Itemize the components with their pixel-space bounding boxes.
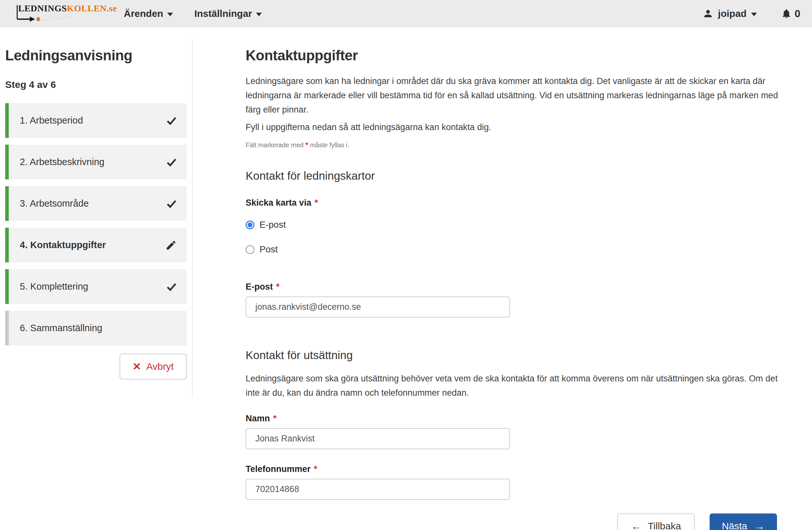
required-asterisk: * [315, 198, 318, 208]
chevron-down-icon [751, 13, 757, 16]
check-icon [166, 281, 177, 292]
arrow-left-icon: ← [631, 521, 641, 530]
nav-item-label: Inställningar [194, 8, 252, 19]
step-label: 4. Kontaktuppgifter [20, 240, 106, 250]
user-menu[interactable]: joipad [702, 8, 757, 19]
radio-option-label: Post [260, 244, 278, 255]
next-button-label: Nästa [722, 520, 747, 530]
cancel-button[interactable]: ✕ Avbryt [119, 353, 187, 379]
next-button[interactable]: Nästa → [710, 514, 777, 530]
chevron-down-icon [167, 13, 173, 16]
email-input[interactable] [246, 296, 510, 318]
chevron-down-icon [256, 13, 262, 16]
step-label: 3. Arbetsområde [20, 198, 89, 209]
step-label: 6. Sammanställning [20, 323, 102, 333]
check-icon [166, 115, 177, 126]
step-item-arbetsperiod[interactable]: 1. Arbetsperiod [5, 103, 187, 138]
top-bar: LEDNINGSKOLLEN.se Ärenden Inställningar … [0, 0, 812, 27]
required-asterisk: * [306, 141, 308, 149]
check-icon [166, 157, 177, 168]
radio-option-post[interactable]: Post [246, 244, 278, 255]
notifications-button[interactable]: 0 [781, 8, 800, 20]
back-button-label: Tillbaka [648, 520, 681, 530]
nav-item-label: Ärenden [124, 8, 163, 19]
nav-item-installningar[interactable]: Inställningar [194, 8, 262, 19]
required-asterisk: * [273, 414, 277, 423]
radio-option-label: E-post [260, 220, 286, 230]
step-label: 5. Komplettering [20, 281, 88, 292]
main-content: Kontaktuppgifter Ledningsägare som kan h… [193, 27, 812, 530]
logo-wordmark: LEDNINGSKOLLEN.se [18, 3, 117, 14]
notification-count-badge: 0 [795, 8, 800, 20]
step-label: 1. Arbetsperiod [20, 115, 83, 126]
wizard-steps-list: 1. Arbetsperiod 2. Arbetsbeskrivning 3. … [5, 103, 187, 346]
step-item-sammanstallning[interactable]: 6. Sammanställning [5, 311, 187, 346]
wizard-nav-buttons: ← Tillbaka Nästa → [246, 514, 783, 530]
check-icon [166, 198, 177, 209]
cancel-row: ✕ Avbryt [5, 353, 187, 379]
utsattning-description: Ledningsägare som ska göra utsättning be… [246, 372, 783, 400]
arrow-right-icon: → [754, 521, 765, 530]
intro-paragraph: Ledningsägare som kan ha ledningar i omr… [246, 74, 783, 117]
name-input[interactable] [246, 428, 510, 449]
required-asterisk: * [314, 464, 318, 474]
step-item-komplettering[interactable]: 5. Komplettering [5, 269, 187, 304]
cancel-button-label: Avbryt [146, 361, 174, 372]
sidebar-divider [192, 39, 193, 398]
radio-unselected-icon [246, 245, 255, 254]
wizard-title: Ledningsanvisning [5, 47, 193, 64]
email-field-label: E-post * [246, 282, 783, 292]
ledningskollen-logo[interactable]: LEDNINGSKOLLEN.se [9, 1, 106, 26]
step-item-arbetsomrade[interactable]: 3. Arbetsområde [5, 186, 187, 221]
x-icon: ✕ [132, 361, 141, 372]
required-fields-note: Fält markerade med * måste fyllas i. [246, 141, 783, 149]
nav-item-arenden[interactable]: Ärenden [124, 8, 173, 19]
name-field-label: Namn * [246, 414, 783, 423]
step-indicator: Steg 4 av 6 [5, 79, 193, 90]
phone-input[interactable] [246, 479, 510, 500]
radio-selected-icon [246, 221, 255, 229]
step-item-kontaktuppgifter[interactable]: 4. Kontaktuppgifter [5, 228, 187, 262]
bell-icon [781, 8, 792, 19]
phone-field-label: Telefonnummer * [246, 464, 783, 474]
step-label: 2. Arbetsbeskrivning [20, 157, 104, 167]
username: joipad [718, 8, 746, 19]
section-heading-ledningskartor: Kontakt för ledningskartor [246, 169, 783, 182]
intro-paragraph-2: Fyll i uppgifterna nedan så att lednings… [246, 120, 783, 134]
required-asterisk: * [276, 282, 280, 292]
pencil-icon [165, 239, 177, 251]
main-nav: Ärenden Inställningar [124, 8, 262, 19]
radio-option-epost[interactable]: E-post [246, 220, 286, 230]
user-icon [702, 8, 713, 19]
radio-group-label: Skicka karta via * [246, 198, 783, 208]
wizard-sidebar: Ledningsanvisning Steg 4 av 6 1. Arbetsp… [0, 27, 193, 430]
page-title: Kontaktuppgifter [246, 47, 783, 64]
step-item-arbetsbeskrivning[interactable]: 2. Arbetsbeskrivning [5, 145, 187, 179]
back-button[interactable]: ← Tillbaka [617, 514, 694, 530]
section-heading-utsattning: Kontakt för utsättning [246, 349, 783, 362]
